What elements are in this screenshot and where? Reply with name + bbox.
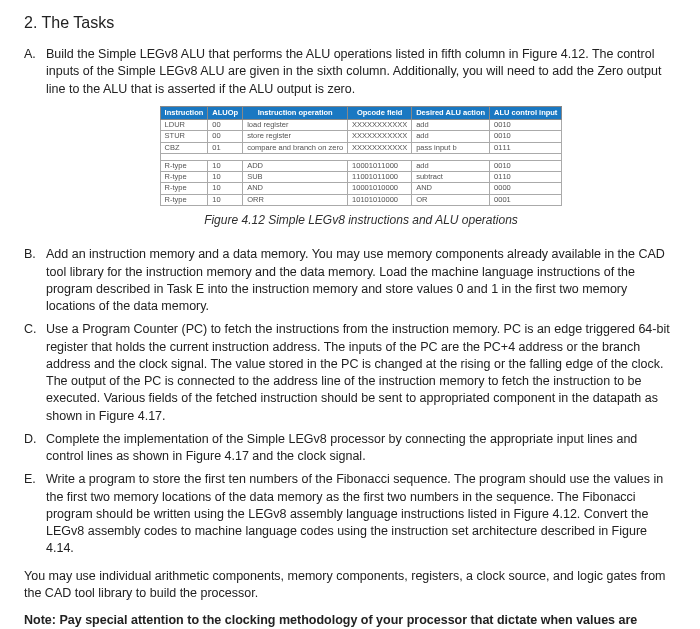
table-cell: add [412, 120, 490, 131]
task-letter: C. [24, 321, 46, 425]
table-cell: 0110 [490, 172, 562, 183]
table-cell: CBZ [160, 142, 208, 153]
table-cell: 0010 [490, 160, 562, 171]
table-cell: 10 [208, 183, 243, 194]
note-paragraph: Note: Pay special attention to the clock… [24, 612, 676, 629]
table-row: LDUR00load registerXXXXXXXXXXXadd0010 [160, 120, 562, 131]
table-cell: 10101010000 [348, 194, 412, 205]
table-cell: 0000 [490, 183, 562, 194]
table-row: R-type10ADD10001011000add0010 [160, 160, 562, 171]
task-letter: D. [24, 431, 46, 466]
table-cell: 01 [208, 142, 243, 153]
table-cell: store register [243, 131, 348, 142]
table-cell: R-type [160, 194, 208, 205]
section-heading: 2. The Tasks [24, 12, 676, 34]
table-cell: SUB [243, 172, 348, 183]
closing-paragraph: You may use individual arithmetic compon… [24, 568, 676, 603]
task-letter: B. [24, 246, 46, 315]
task-body: Add an instruction memory and a data mem… [46, 246, 676, 315]
table-cell: load register [243, 120, 348, 131]
table-cell: 11001011000 [348, 172, 412, 183]
table-cell: 0001 [490, 194, 562, 205]
table-cell: add [412, 131, 490, 142]
table-cell: LDUR [160, 120, 208, 131]
table-cell: 10001010000 [348, 183, 412, 194]
col-header: Desired ALU action [412, 106, 490, 119]
task-body: Build the Simple LEGv8 ALU that performs… [46, 46, 676, 98]
task-b: B. Add an instruction memory and a data … [24, 246, 676, 315]
col-header: ALUOp [208, 106, 243, 119]
table-cell: compare and branch on zero [243, 142, 348, 153]
col-header: Instruction [160, 106, 208, 119]
page-content: 2. The Tasks A. Build the Simple LEGv8 A… [0, 0, 700, 629]
table-cell: AND [243, 183, 348, 194]
table-cell: XXXXXXXXXXX [348, 131, 412, 142]
table-cell: 10 [208, 160, 243, 171]
table-cell: pass input b [412, 142, 490, 153]
table-cell: STUR [160, 131, 208, 142]
figure-caption: Figure 4.12 Simple LEGv8 instructions an… [46, 212, 676, 229]
table-row: R-type10ORR10101010000OR0001 [160, 194, 562, 205]
table-cell: 10 [208, 172, 243, 183]
table-cell: OR [412, 194, 490, 205]
table-cell: 0010 [490, 120, 562, 131]
table-row: R-type10SUB11001011000subtract0110 [160, 172, 562, 183]
instruction-table: Instruction ALUOp Instruction operation … [160, 106, 563, 206]
table-cell: ORR [243, 194, 348, 205]
table-cell: subtract [412, 172, 490, 183]
task-letter: A. [24, 46, 46, 98]
table-cell: 10 [208, 194, 243, 205]
table-cell: ADD [243, 160, 348, 171]
task-d: D. Complete the implementation of the Si… [24, 431, 676, 466]
table-row: STUR00store registerXXXXXXXXXXXadd0010 [160, 131, 562, 142]
col-header: Instruction operation [243, 106, 348, 119]
col-header: ALU control input [490, 106, 562, 119]
task-body: Use a Program Counter (PC) to fetch the … [46, 321, 676, 425]
table-cell: add [412, 160, 490, 171]
table-cell: AND [412, 183, 490, 194]
table-cell: 0010 [490, 131, 562, 142]
table-cell: R-type [160, 160, 208, 171]
table-cell: XXXXXXXXXXX [348, 120, 412, 131]
table-cell: XXXXXXXXXXX [348, 142, 412, 153]
table-cell: 00 [208, 131, 243, 142]
task-body: Write a program to store the first ten n… [46, 471, 676, 557]
table-cell: 10001011000 [348, 160, 412, 171]
task-a: A. Build the Simple LEGv8 ALU that perfo… [24, 46, 676, 98]
task-letter: E. [24, 471, 46, 557]
figure-block: Instruction ALUOp Instruction operation … [46, 106, 676, 229]
table-row: R-type10AND10001010000AND0000 [160, 183, 562, 194]
task-e: E. Write a program to store the first te… [24, 471, 676, 557]
table-cell: 00 [208, 120, 243, 131]
task-body: Complete the implementation of the Simpl… [46, 431, 676, 466]
table-cell: R-type [160, 183, 208, 194]
task-c: C. Use a Program Counter (PC) to fetch t… [24, 321, 676, 425]
table-cell: 0111 [490, 142, 562, 153]
table-cell: R-type [160, 172, 208, 183]
table-row: CBZ01compare and branch on zeroXXXXXXXXX… [160, 142, 562, 153]
col-header: Opcode field [348, 106, 412, 119]
